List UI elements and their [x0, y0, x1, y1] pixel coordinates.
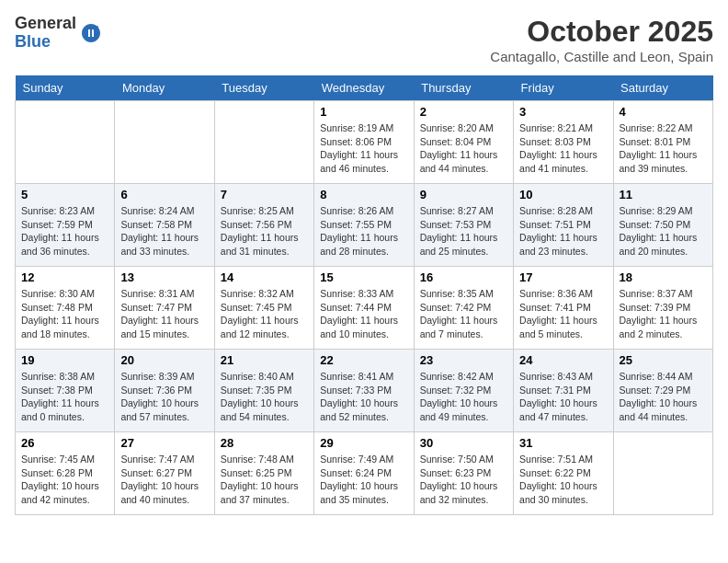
- column-header-friday: Friday: [514, 75, 613, 101]
- day-number: 6: [120, 188, 208, 201]
- sub-title: Cantagallo, Castille and Leon, Spain: [490, 49, 713, 64]
- calendar-cell: 1Sunrise: 8:19 AM Sunset: 8:06 PM Daylig…: [314, 101, 414, 184]
- day-number: 29: [320, 436, 407, 450]
- column-header-saturday: Saturday: [613, 75, 712, 101]
- header: General Blue October 2025 Cantagallo, Ca…: [15, 15, 713, 64]
- day-number: 20: [120, 353, 208, 367]
- calendar-cell: 29Sunrise: 7:49 AM Sunset: 6:24 PM Dayli…: [314, 432, 414, 515]
- calendar-cell: 6Sunrise: 8:24 AM Sunset: 7:58 PM Daylig…: [115, 184, 214, 267]
- calendar-cell: 15Sunrise: 8:33 AM Sunset: 7:44 PM Dayli…: [314, 267, 414, 350]
- calendar-cell: 11Sunrise: 8:29 AM Sunset: 7:50 PM Dayli…: [613, 184, 712, 267]
- day-info: Sunrise: 8:30 AM Sunset: 7:48 PM Dayligh…: [21, 287, 108, 341]
- day-number: 3: [519, 105, 607, 119]
- day-number: 26: [21, 436, 108, 450]
- calendar-cell: [115, 101, 214, 184]
- day-info: Sunrise: 8:28 AM Sunset: 7:51 PM Dayligh…: [519, 204, 607, 259]
- day-info: Sunrise: 8:39 AM Sunset: 7:36 PM Dayligh…: [120, 370, 208, 424]
- day-info: Sunrise: 8:35 AM Sunset: 7:42 PM Dayligh…: [420, 287, 507, 341]
- day-number: 18: [620, 270, 707, 284]
- day-info: Sunrise: 8:36 AM Sunset: 7:41 PM Dayligh…: [519, 287, 607, 341]
- calendar-cell: 25Sunrise: 8:44 AM Sunset: 7:29 PM Dayli…: [613, 350, 712, 432]
- day-number: 21: [221, 353, 308, 367]
- column-header-wednesday: Wednesday: [314, 75, 414, 101]
- calendar-cell: 17Sunrise: 8:36 AM Sunset: 7:41 PM Dayli…: [514, 267, 613, 350]
- day-number: 23: [420, 353, 507, 367]
- calendar-cell: 4Sunrise: 8:22 AM Sunset: 8:01 PM Daylig…: [613, 101, 712, 184]
- calendar-cell: 18Sunrise: 8:37 AM Sunset: 7:39 PM Dayli…: [613, 267, 712, 350]
- day-info: Sunrise: 8:25 AM Sunset: 7:56 PM Dayligh…: [221, 204, 308, 259]
- calendar-cell: 8Sunrise: 8:26 AM Sunset: 7:55 PM Daylig…: [314, 184, 414, 267]
- calendar-cell: 30Sunrise: 7:50 AM Sunset: 6:23 PM Dayli…: [414, 432, 513, 515]
- day-number: 10: [519, 188, 607, 201]
- day-number: 24: [519, 353, 607, 367]
- calendar-cell: 20Sunrise: 8:39 AM Sunset: 7:36 PM Dayli…: [115, 350, 214, 432]
- day-info: Sunrise: 8:22 AM Sunset: 8:01 PM Dayligh…: [620, 121, 707, 176]
- day-number: 9: [420, 188, 507, 201]
- day-info: Sunrise: 7:45 AM Sunset: 6:28 PM Dayligh…: [21, 453, 108, 507]
- day-info: Sunrise: 8:21 AM Sunset: 8:03 PM Dayligh…: [519, 121, 607, 176]
- calendar-cell: [214, 101, 313, 184]
- day-info: Sunrise: 7:49 AM Sunset: 6:24 PM Dayligh…: [320, 453, 407, 507]
- day-number: 28: [221, 436, 308, 450]
- day-number: 19: [21, 353, 108, 367]
- calendar-cell: [16, 101, 115, 184]
- column-header-sunday: Sunday: [16, 75, 115, 101]
- calendar: SundayMondayTuesdayWednesdayThursdayFrid…: [15, 75, 713, 515]
- day-info: Sunrise: 8:26 AM Sunset: 7:55 PM Dayligh…: [320, 204, 407, 259]
- day-number: 22: [320, 353, 407, 367]
- calendar-cell: 28Sunrise: 7:48 AM Sunset: 6:25 PM Dayli…: [214, 432, 313, 515]
- day-number: 30: [420, 436, 507, 450]
- day-number: 5: [21, 188, 108, 201]
- calendar-cell: 13Sunrise: 8:31 AM Sunset: 7:47 PM Dayli…: [115, 267, 214, 350]
- calendar-week-row: 12Sunrise: 8:30 AM Sunset: 7:48 PM Dayli…: [16, 267, 713, 350]
- calendar-cell: 14Sunrise: 8:32 AM Sunset: 7:45 PM Dayli…: [214, 267, 313, 350]
- calendar-cell: 10Sunrise: 8:28 AM Sunset: 7:51 PM Dayli…: [514, 184, 613, 267]
- calendar-cell: 9Sunrise: 8:27 AM Sunset: 7:53 PM Daylig…: [414, 184, 513, 267]
- day-number: 17: [519, 270, 607, 284]
- day-number: 13: [120, 270, 208, 284]
- calendar-cell: 3Sunrise: 8:21 AM Sunset: 8:03 PM Daylig…: [514, 101, 613, 184]
- day-number: 14: [221, 270, 308, 284]
- day-info: Sunrise: 7:48 AM Sunset: 6:25 PM Dayligh…: [221, 453, 308, 507]
- title-area: October 2025 Cantagallo, Castille and Le…: [490, 15, 713, 64]
- day-info: Sunrise: 8:19 AM Sunset: 8:06 PM Dayligh…: [320, 121, 407, 176]
- calendar-cell: 12Sunrise: 8:30 AM Sunset: 7:48 PM Dayli…: [16, 267, 115, 350]
- calendar-cell: 23Sunrise: 8:42 AM Sunset: 7:32 PM Dayli…: [414, 350, 513, 432]
- day-info: Sunrise: 8:42 AM Sunset: 7:32 PM Dayligh…: [420, 370, 507, 424]
- day-number: 15: [320, 270, 407, 284]
- calendar-cell: [613, 432, 712, 515]
- calendar-week-row: 19Sunrise: 8:38 AM Sunset: 7:38 PM Dayli…: [16, 350, 713, 432]
- column-header-monday: Monday: [115, 75, 214, 101]
- calendar-cell: 26Sunrise: 7:45 AM Sunset: 6:28 PM Dayli…: [16, 432, 115, 515]
- day-info: Sunrise: 8:40 AM Sunset: 7:35 PM Dayligh…: [221, 370, 308, 424]
- calendar-week-row: 1Sunrise: 8:19 AM Sunset: 8:06 PM Daylig…: [16, 101, 713, 184]
- calendar-week-row: 26Sunrise: 7:45 AM Sunset: 6:28 PM Dayli…: [16, 432, 713, 515]
- day-info: Sunrise: 7:47 AM Sunset: 6:27 PM Dayligh…: [120, 453, 208, 507]
- day-number: 7: [221, 188, 308, 201]
- day-info: Sunrise: 8:24 AM Sunset: 7:58 PM Dayligh…: [120, 204, 208, 259]
- logo-general-text: General: [15, 15, 76, 33]
- column-header-tuesday: Tuesday: [214, 75, 313, 101]
- day-info: Sunrise: 8:23 AM Sunset: 7:59 PM Dayligh…: [21, 204, 108, 259]
- calendar-cell: 7Sunrise: 8:25 AM Sunset: 7:56 PM Daylig…: [214, 184, 313, 267]
- day-number: 2: [420, 105, 507, 119]
- day-number: 4: [620, 105, 707, 119]
- calendar-cell: 31Sunrise: 7:51 AM Sunset: 6:22 PM Dayli…: [514, 432, 613, 515]
- day-info: Sunrise: 8:32 AM Sunset: 7:45 PM Dayligh…: [221, 287, 308, 341]
- day-info: Sunrise: 8:44 AM Sunset: 7:29 PM Dayligh…: [620, 370, 707, 424]
- day-info: Sunrise: 8:43 AM Sunset: 7:31 PM Dayligh…: [519, 370, 607, 424]
- calendar-week-row: 5Sunrise: 8:23 AM Sunset: 7:59 PM Daylig…: [16, 184, 713, 267]
- calendar-header-row: SundayMondayTuesdayWednesdayThursdayFrid…: [16, 75, 713, 101]
- day-number: 12: [21, 270, 108, 284]
- calendar-cell: 27Sunrise: 7:47 AM Sunset: 6:27 PM Dayli…: [115, 432, 214, 515]
- day-info: Sunrise: 8:33 AM Sunset: 7:44 PM Dayligh…: [320, 287, 407, 341]
- calendar-cell: 21Sunrise: 8:40 AM Sunset: 7:35 PM Dayli…: [214, 350, 313, 432]
- day-info: Sunrise: 7:51 AM Sunset: 6:22 PM Dayligh…: [519, 453, 607, 507]
- calendar-cell: 5Sunrise: 8:23 AM Sunset: 7:59 PM Daylig…: [16, 184, 115, 267]
- day-number: 25: [620, 353, 707, 367]
- day-number: 11: [620, 188, 707, 201]
- main-title: October 2025: [490, 15, 713, 49]
- logo: General Blue: [15, 15, 102, 52]
- calendar-cell: 16Sunrise: 8:35 AM Sunset: 7:42 PM Dayli…: [414, 267, 513, 350]
- logo-icon: [80, 22, 102, 44]
